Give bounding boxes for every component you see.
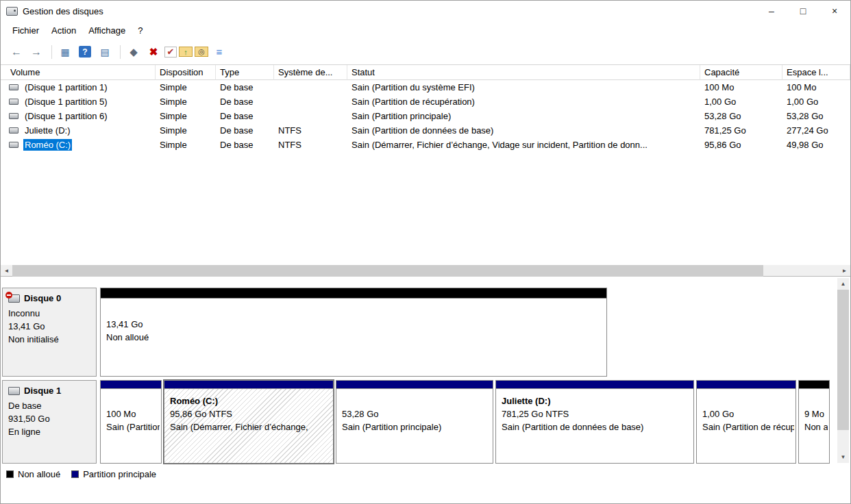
- properties-icon[interactable]: ◆: [125, 44, 143, 60]
- legend-label: Partition principale: [83, 469, 156, 479]
- partition-principale[interactable]: 53,28 Go Sain (Partition principale): [336, 380, 493, 464]
- folder-up-icon[interactable]: ↑: [179, 47, 193, 57]
- disk1-status: En ligne: [8, 425, 92, 438]
- disk-management-window: Gestion des disques – □ × Fichier Action…: [0, 0, 851, 504]
- scrollbar-thumb[interactable]: [12, 265, 763, 277]
- task-dialog-icon[interactable]: ✔: [164, 47, 177, 58]
- column-header-volume[interactable]: Volume: [1, 65, 156, 80]
- legend: Non alloué Partition principale: [2, 469, 850, 479]
- scroll-right-icon[interactable]: ►: [839, 265, 850, 277]
- menu-fichier[interactable]: Fichier: [6, 23, 45, 38]
- scroll-up-icon[interactable]: ▲: [837, 278, 849, 290]
- help-icon[interactable]: ?: [76, 44, 94, 60]
- partition-size: 95,86 Go NTFS: [170, 407, 332, 420]
- column-header-espace-libre[interactable]: Espace l...: [782, 65, 850, 80]
- disk0-size: 13,41 Go: [8, 320, 92, 333]
- partition-efi[interactable]: 100 Mo Sain (Partition du système EFI): [100, 380, 162, 464]
- column-header-statut[interactable]: Statut: [347, 65, 700, 80]
- disk1-name: Disque 1: [24, 386, 61, 396]
- partition-color-band: [101, 381, 161, 389]
- table-row-selected[interactable]: Roméo (C:) Simple De base NTFS Sain (Dém…: [1, 138, 850, 152]
- partition-romeo-c[interactable]: Roméo (C:) 95,86 Go NTFS Sain (Démarrer,…: [164, 380, 334, 464]
- disk0-info-panel[interactable]: Disque 0 Inconnu 13,41 Go Non initialisé: [2, 288, 97, 377]
- disk1-graphic: 100 Mo Sain (Partition du système EFI) R…: [100, 380, 830, 464]
- scrollbar-track[interactable]: [12, 265, 839, 276]
- toolbar: ← → ▦ ? ▤ ◆ ✖ ✔ ↑ ◎ ≡: [1, 39, 850, 65]
- delete-icon[interactable]: ✖: [145, 44, 162, 60]
- cell-espace-libre: 1,00 Go: [782, 97, 850, 107]
- column-header-type[interactable]: Type: [216, 65, 274, 80]
- scroll-down-icon[interactable]: ▼: [837, 451, 849, 463]
- cell-statut: Sain (Partition de données de base): [347, 125, 700, 136]
- disk0-status: Non initialisé: [8, 333, 92, 346]
- partition-color-band: [336, 381, 493, 389]
- disk1-size: 931,50 Go: [8, 412, 92, 425]
- list-view-icon[interactable]: ≡: [210, 44, 228, 60]
- volume-name: (Disque 1 partition 1): [23, 81, 109, 93]
- cell-espace-libre: 100 Mo: [782, 82, 850, 92]
- window-title: Gestion des disques: [23, 6, 103, 16]
- volume-name: (Disque 1 partition 6): [23, 110, 109, 122]
- partition-color-band: [799, 381, 829, 389]
- volume-name: Roméo (C:): [23, 139, 72, 151]
- disk0-error-icon: [8, 294, 20, 303]
- partition-recuperation[interactable]: 1,00 Go Sain (Partition de récupération): [696, 380, 796, 464]
- cell-statut: Sain (Partition du système EFI): [347, 82, 700, 92]
- menubar: Fichier Action Affichage ?: [1, 21, 850, 39]
- cell-disposition: Simple: [156, 140, 216, 150]
- table-row[interactable]: (Disque 1 partition 6) Simple De base Sa…: [1, 109, 850, 123]
- cell-disposition: Simple: [156, 125, 216, 136]
- menu-action[interactable]: Action: [45, 23, 82, 38]
- table-row[interactable]: Juliette (D:) Simple De base NTFS Sain (…: [1, 123, 850, 138]
- forward-icon[interactable]: →: [27, 44, 45, 60]
- scrollbar-track[interactable]: [837, 430, 849, 451]
- cell-type: De base: [216, 125, 274, 136]
- disk1-type: De base: [8, 399, 92, 412]
- partition-unallocated-small[interactable]: 9 Mo Non alloué: [798, 380, 830, 464]
- vertical-scrollbar[interactable]: ▲ ▼: [837, 278, 849, 463]
- volume-icon: [9, 99, 18, 105]
- folder-search-icon[interactable]: ◎: [195, 47, 208, 57]
- volume-list-header: Volume Disposition Type Système de... St…: [1, 65, 850, 80]
- export-list-icon[interactable]: ▤: [96, 44, 114, 60]
- volume-icon: [9, 142, 18, 148]
- partition-color-band: [697, 381, 796, 389]
- partition-size: 9 Mo: [804, 407, 828, 420]
- disk1-row: Disque 1 De base 931,50 Go En ligne 100 …: [2, 380, 830, 464]
- column-header-filesystem[interactable]: Système de...: [274, 65, 347, 80]
- cell-filesystem: NTFS: [274, 140, 347, 150]
- table-row[interactable]: (Disque 1 partition 5) Simple De base Sa…: [1, 94, 850, 109]
- close-button[interactable]: ×: [819, 1, 850, 21]
- cell-disposition: Simple: [156, 111, 216, 121]
- column-header-capacite[interactable]: Capacité: [700, 65, 782, 80]
- toolbar-separator: [120, 45, 121, 59]
- table-row[interactable]: (Disque 1 partition 1) Simple De base Sa…: [1, 80, 850, 94]
- titlebar: Gestion des disques – □ ×: [1, 1, 850, 21]
- maximize-button[interactable]: □: [787, 1, 819, 21]
- cell-statut: Sain (Partition principale): [347, 111, 700, 121]
- partition-color-band: [164, 381, 333, 389]
- disk0-graphic: 13,41 Go Non alloué: [100, 288, 830, 377]
- menu-affichage[interactable]: Affichage: [82, 23, 132, 38]
- cell-type: De base: [216, 111, 274, 121]
- scrollbar-thumb[interactable]: [837, 290, 849, 430]
- horizontal-scrollbar[interactable]: ◄ ►: [1, 265, 850, 277]
- minimize-button[interactable]: –: [756, 1, 787, 21]
- scroll-left-icon[interactable]: ◄: [1, 265, 12, 277]
- disk1-info-panel[interactable]: Disque 1 De base 931,50 Go En ligne: [2, 380, 97, 464]
- column-header-disposition[interactable]: Disposition: [156, 65, 216, 80]
- menu-help[interactable]: ?: [132, 23, 149, 38]
- partition-title: [342, 394, 491, 407]
- partition-title: [106, 394, 160, 407]
- disk0-unallocated-partition[interactable]: 13,41 Go Non alloué: [100, 288, 607, 377]
- partition-juliette-d[interactable]: Juliette (D:) 781,25 Go NTFS Sain (Parti…: [495, 380, 694, 464]
- partition-size: 13,41 Go: [106, 318, 605, 331]
- disk0-row: Disque 0 Inconnu 13,41 Go Non initialisé…: [2, 288, 830, 377]
- back-icon[interactable]: ←: [8, 44, 25, 60]
- cell-type: De base: [216, 82, 274, 92]
- cell-type: De base: [216, 140, 274, 150]
- partition-color-band: [496, 381, 693, 389]
- app-icon: [6, 7, 18, 16]
- show-console-tree-icon[interactable]: ▦: [56, 44, 74, 60]
- legend-item-unallocated: Non alloué: [6, 469, 60, 479]
